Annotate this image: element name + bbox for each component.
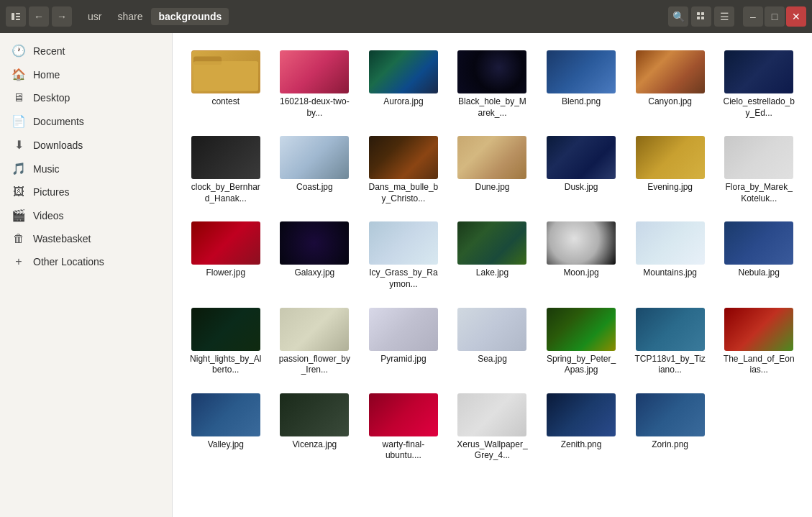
file-item[interactable]: The_Land_of_Eonias...: [717, 302, 800, 382]
file-name: Valley.jpg: [208, 439, 244, 451]
file-item[interactable]: Coast.jpg: [273, 130, 357, 210]
sidebar-item-music[interactable]: 🎵 Music: [0, 157, 172, 180]
svg-rect-1: [16, 13, 20, 14]
file-item[interactable]: Dusk.jpg: [539, 130, 623, 210]
sidebar-label-downloads: Downloads: [33, 139, 83, 151]
file-name: Moon.jpg: [563, 267, 598, 279]
file-item[interactable]: passion_flower_by_Iren...: [273, 302, 357, 382]
file-name: contest: [211, 96, 240, 108]
sidebar-label-videos: Videos: [33, 210, 64, 221]
file-item[interactable]: 160218-deux-two-by...: [273, 45, 357, 124]
file-item[interactable]: Dune.jpg: [451, 130, 534, 210]
breadcrumb-backgrounds[interactable]: backgrounds: [151, 8, 229, 25]
titlebar-left: ← → usr share backgrounds: [6, 6, 229, 27]
file-item[interactable]: TCP118v1_by_Tiziano...: [629, 302, 712, 382]
sidebar-item-wastebasket[interactable]: 🗑 Wastebasket: [0, 227, 172, 250]
file-item[interactable]: Sea.jpg: [451, 302, 534, 382]
sidebar-item-downloads[interactable]: ⬇ Downloads: [0, 133, 172, 157]
file-thumbnail: [457, 50, 526, 93]
file-thumbnail: [369, 221, 438, 265]
sidebar-label-documents: Documents: [33, 116, 84, 127]
back-button[interactable]: ←: [29, 6, 49, 27]
file-item[interactable]: Pyramid.jpg: [362, 302, 445, 382]
file-name: Evening.jpg: [647, 182, 693, 193]
file-name: Xerus_Wallpaper_Grey_4...: [456, 439, 528, 462]
sidebar-icon-music: 🎵: [12, 162, 26, 175]
svg-rect-2: [16, 16, 20, 17]
file-item[interactable]: warty-final-ubuntu....: [362, 388, 445, 467]
file-item[interactable]: Galaxy.jpg: [273, 216, 357, 296]
file-item[interactable]: Flora_by_Marek_Koteluk...: [717, 130, 800, 210]
file-name: Lake.jpg: [476, 267, 508, 279]
file-name: Zenith.png: [561, 439, 602, 451]
sidebar-item-videos[interactable]: 🎬 Videos: [0, 203, 172, 227]
maximize-button[interactable]: □: [765, 6, 785, 27]
file-item[interactable]: Lake.jpg: [451, 216, 534, 296]
titlebar-right: 🔍 ☰ – □ ✕: [668, 6, 806, 27]
file-thumbnail: [457, 136, 526, 179]
sidebar-item-recent[interactable]: 🕐 Recent: [0, 39, 172, 63]
file-item[interactable]: ↖ Zorin.png: [629, 388, 712, 467]
file-thumbnail: [191, 308, 260, 351]
titlebar: ← → usr share backgrounds 🔍 ☰ – □: [0, 0, 812, 33]
menu-button[interactable]: ☰: [714, 6, 734, 27]
file-name: Dune.jpg: [475, 182, 509, 193]
breadcrumb-usr[interactable]: usr: [81, 8, 109, 25]
sidebar-label-recent: Recent: [33, 45, 65, 57]
file-name: Dusk.jpg: [565, 182, 598, 193]
file-item[interactable]: Evening.jpg: [629, 130, 712, 210]
sidebar-icon-downloads: ⬇: [12, 138, 26, 152]
file-item[interactable]: Flower.jpg: [184, 216, 268, 296]
file-thumbnail: [636, 308, 705, 351]
file-item[interactable]: Moon.jpg: [539, 216, 623, 296]
file-name: passion_flower_by_Iren...: [278, 354, 350, 376]
file-item[interactable]: Canyon.jpg: [629, 45, 712, 124]
file-item[interactable]: Night_lights_by_Alberto...: [184, 302, 268, 382]
file-name: The_Land_of_Eonias...: [723, 354, 795, 376]
sidebar-toggle-button[interactable]: [6, 6, 26, 27]
file-name: Aurora.jpg: [383, 96, 423, 108]
file-item[interactable]: contest: [184, 45, 268, 124]
sidebar-item-documents[interactable]: 📄 Documents: [0, 109, 172, 133]
file-item[interactable]: Black_hole_by_Marek_...: [451, 45, 534, 124]
file-item[interactable]: Cielo_estrellado_by_Ed...: [717, 45, 800, 124]
file-item[interactable]: Vicenza.jpg: [273, 388, 357, 467]
breadcrumb-share[interactable]: share: [110, 8, 150, 25]
sidebar-item-pictures[interactable]: 🖼 Pictures: [0, 180, 172, 203]
file-thumbnail: [369, 393, 438, 436]
file-item[interactable]: Valley.jpg: [184, 388, 268, 467]
sidebar-item-desktop[interactable]: 🖥 Desktop: [0, 86, 172, 109]
file-item[interactable]: Zenith.png: [539, 388, 623, 467]
file-thumbnail: [280, 136, 349, 179]
file-name: clock_by_Bernhard_Hanak...: [190, 182, 262, 204]
file-thumbnail: [547, 393, 616, 436]
sidebar-icon-other-locations: +: [12, 255, 26, 268]
file-item[interactable]: Mountains.jpg: [629, 216, 712, 296]
svg-rect-7: [701, 17, 704, 19]
file-item[interactable]: Blend.png: [539, 45, 623, 124]
file-item[interactable]: clock_by_Bernhard_Hanak...: [184, 130, 268, 210]
forward-button[interactable]: →: [52, 6, 72, 27]
file-item[interactable]: Dans_ma_bulle_by_Christo...: [362, 130, 445, 210]
svg-rect-6: [697, 17, 700, 19]
file-item[interactable]: Spring_by_Peter_Apas.jpg: [539, 302, 623, 382]
minimize-button[interactable]: –: [743, 6, 763, 27]
sidebar-item-other-locations[interactable]: + Other Locations: [0, 250, 172, 273]
sidebar-item-home[interactable]: 🏠 Home: [0, 63, 172, 86]
file-thumbnail: [280, 50, 349, 93]
file-name: Galaxy.jpg: [294, 267, 334, 279]
view-toggle-button[interactable]: [691, 6, 711, 27]
file-name: Zorin.png: [652, 439, 688, 451]
search-button[interactable]: 🔍: [668, 6, 688, 27]
file-name: TCP118v1_by_Tiziano...: [634, 354, 706, 376]
sidebar-icon-pictures: 🖼: [12, 186, 26, 198]
file-item[interactable]: Xerus_Wallpaper_Grey_4...: [451, 388, 534, 467]
close-button[interactable]: ✕: [786, 6, 806, 27]
main-area: 🕐 Recent 🏠 Home 🖥 Desktop 📄 Documents ⬇ …: [0, 33, 812, 517]
file-item[interactable]: Aurora.jpg: [362, 45, 445, 124]
file-grid: contest 160218-deux-two-by... Aurora.jpg…: [184, 45, 800, 467]
file-content: contest 160218-deux-two-by... Aurora.jpg…: [173, 33, 812, 517]
file-thumbnail: [369, 50, 438, 93]
file-item[interactable]: Icy_Grass_by_Raymon...: [362, 216, 445, 296]
file-item[interactable]: Nebula.jpg: [717, 216, 800, 296]
